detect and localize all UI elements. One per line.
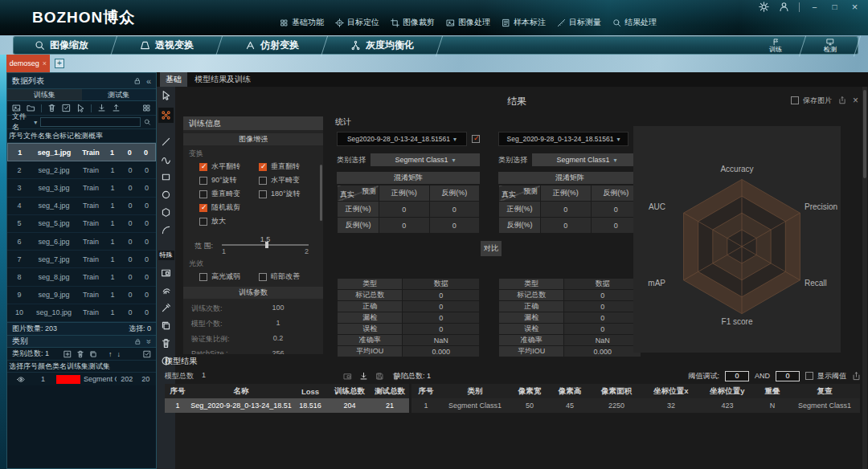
compare-button[interactable]: 对比 bbox=[481, 241, 502, 256]
model-result-row[interactable]: 1 Seg_2020-9-28_0-13-24_18.51 18.516 204… bbox=[165, 398, 409, 413]
pin-lock-icon[interactable] bbox=[133, 77, 141, 85]
model-enable-checkbox[interactable] bbox=[472, 135, 480, 143]
random-crop-option[interactable]: 随机裁剪 bbox=[199, 202, 317, 213]
top-menu-item[interactable]: 目标定位 bbox=[335, 17, 379, 28]
transform-checkbox[interactable] bbox=[199, 190, 207, 198]
file-row[interactable]: 3 seg_3.jpg Train 1 0 0 bbox=[7, 179, 156, 197]
curve-tool-icon[interactable] bbox=[161, 154, 171, 165]
ribbon-tool-button[interactable]: 仿射变换 bbox=[224, 37, 330, 54]
model-results-tab[interactable]: 模型结果 bbox=[165, 356, 861, 368]
random-crop-checkbox[interactable] bbox=[199, 204, 207, 212]
search-icon[interactable] bbox=[144, 118, 151, 126]
model-select-dropdown[interactable]: Seg_2020-9-28_0-13-24_18.51561 bbox=[498, 132, 628, 146]
export-icon[interactable] bbox=[112, 104, 121, 112]
light-checkbox[interactable] bbox=[199, 273, 207, 281]
top-menu-item[interactable]: 基础功能 bbox=[280, 17, 324, 28]
import-model-icon[interactable] bbox=[359, 372, 368, 381]
show-threshold-option[interactable]: 显示阈值 bbox=[805, 371, 846, 381]
transform-checkbox[interactable] bbox=[259, 163, 267, 171]
transform-option[interactable]: 水平畸变 bbox=[259, 175, 317, 186]
top-menu-item[interactable]: 目标测量 bbox=[557, 17, 601, 28]
light-option[interactable]: 高光减弱 bbox=[199, 271, 257, 282]
zoom-checkbox[interactable] bbox=[199, 218, 207, 226]
class-color-swatch[interactable] bbox=[56, 375, 80, 384]
save-image-option[interactable]: 保存图片 bbox=[791, 96, 832, 106]
add-class-icon[interactable] bbox=[63, 350, 72, 358]
points-brush-tool-icon[interactable] bbox=[158, 108, 174, 123]
transform-option[interactable]: 水平翻转 bbox=[199, 161, 257, 172]
transform-checkbox[interactable] bbox=[199, 177, 207, 185]
main-scrollbar[interactable] bbox=[862, 87, 867, 469]
export-result-icon[interactable] bbox=[838, 96, 846, 104]
transform-checkbox[interactable] bbox=[259, 177, 267, 185]
pin-lock-icon[interactable] bbox=[134, 338, 141, 345]
polygon-tool-icon[interactable] bbox=[161, 207, 171, 218]
panel-scrollbar[interactable] bbox=[320, 165, 322, 221]
tab-close-icon[interactable] bbox=[43, 59, 47, 67]
chevron-down-icon[interactable] bbox=[34, 118, 37, 126]
delete-icon[interactable] bbox=[47, 104, 56, 112]
class-select-dropdown[interactable]: Segment Class1 bbox=[532, 153, 641, 166]
range-slider[interactable]: 1.5 1 2 bbox=[222, 244, 309, 246]
light-option[interactable]: 暗部改善 bbox=[259, 271, 317, 282]
stamp-tool-icon[interactable] bbox=[161, 285, 171, 296]
dropper-tool-icon[interactable] bbox=[161, 303, 171, 313]
slider-handle[interactable] bbox=[265, 242, 268, 248]
delete-tool-icon[interactable] bbox=[161, 338, 171, 349]
close-button[interactable] bbox=[850, 2, 860, 12]
transform-option[interactable]: 垂直翻转 bbox=[259, 161, 317, 172]
arc-tool-icon[interactable] bbox=[161, 225, 171, 235]
threshold-input-2[interactable] bbox=[776, 371, 800, 381]
class-row[interactable]: 1 Segment Cl 202 20 bbox=[7, 373, 156, 385]
circle-tool-icon[interactable] bbox=[161, 190, 171, 200]
ribbon-tool-button[interactable]: 透视变换 bbox=[119, 37, 224, 54]
visibility-eye-icon[interactable] bbox=[17, 377, 25, 382]
zoom-option[interactable]: 放大 bbox=[199, 216, 317, 226]
import-icon[interactable] bbox=[97, 104, 106, 112]
cursor-tool-icon[interactable] bbox=[161, 90, 171, 100]
save-image-checkbox[interactable] bbox=[791, 96, 799, 104]
file-row[interactable]: 5 seg_5.jpg Train 1 0 0 bbox=[7, 215, 156, 233]
top-menu-item[interactable]: 样本标注 bbox=[502, 17, 546, 28]
file-row[interactable]: 2 seg_2.jpg Train 1 0 0 bbox=[7, 161, 156, 179]
maximize-button[interactable] bbox=[829, 2, 840, 12]
collapse-panel-icon[interactable] bbox=[146, 76, 151, 86]
line-tool-icon[interactable] bbox=[161, 137, 171, 147]
rectangle-tool-icon[interactable] bbox=[161, 172, 171, 182]
file-row[interactable]: 8 seg_8.jpg Train 1 0 0 bbox=[7, 268, 156, 286]
view-grid-icon[interactable] bbox=[142, 104, 151, 112]
copy-tool-icon[interactable] bbox=[161, 320, 171, 331]
select-all-icon[interactable] bbox=[143, 350, 151, 358]
export-model-icon[interactable] bbox=[343, 372, 352, 381]
check-select-icon[interactable] bbox=[62, 104, 71, 112]
file-row[interactable]: 1 seg_1.jpg Train 1 0 0 bbox=[7, 143, 156, 161]
transform-checkbox[interactable] bbox=[259, 190, 267, 198]
ribbon-action-button[interactable]: 检测 bbox=[803, 37, 858, 54]
dataset-tab[interactable]: 测试集 bbox=[82, 89, 157, 100]
file-search-input[interactable] bbox=[40, 117, 141, 127]
defect-row[interactable]: 1 Segment Class1 50 45 2250 32 423 N Seg… bbox=[411, 398, 860, 413]
file-row[interactable]: 9 seg_9.jpg Train 1 0 0 bbox=[7, 287, 156, 304]
workspace-tab[interactable]: 模型结果及训练 bbox=[189, 72, 256, 87]
transform-option[interactable]: 180°旋转 bbox=[259, 189, 317, 199]
user-icon[interactable] bbox=[779, 2, 789, 12]
delete-class-icon[interactable] bbox=[76, 350, 84, 358]
class-select-dropdown[interactable]: Segment Class1 bbox=[371, 153, 480, 166]
top-menu-item[interactable]: 图像裁剪 bbox=[391, 17, 435, 28]
add-tab-button[interactable] bbox=[55, 59, 64, 68]
file-row[interactable]: 7 seg_7.jpg Train 1 0 0 bbox=[7, 251, 156, 268]
save-model-icon[interactable] bbox=[375, 372, 384, 381]
transform-option[interactable]: 垂直畸变 bbox=[199, 189, 257, 199]
threshold-input-1[interactable] bbox=[725, 371, 749, 381]
light-checkbox[interactable] bbox=[259, 273, 267, 281]
top-menu-item[interactable]: 结果处理 bbox=[612, 17, 657, 28]
file-row[interactable]: 6 seg_6.jpg Train 1 0 0 bbox=[7, 233, 156, 251]
minimize-button[interactable] bbox=[809, 2, 820, 12]
ribbon-tool-button[interactable]: 图像缩放 bbox=[14, 37, 119, 54]
dataset-tab[interactable]: 训练集 bbox=[7, 89, 82, 100]
file-row[interactable]: 4 seg_4.jpg Train 1 0 0 bbox=[7, 198, 156, 215]
cursor-icon[interactable] bbox=[76, 104, 85, 112]
move-down-icon[interactable] bbox=[117, 350, 121, 358]
close-result-icon[interactable] bbox=[853, 95, 858, 106]
move-up-icon[interactable] bbox=[108, 350, 113, 358]
